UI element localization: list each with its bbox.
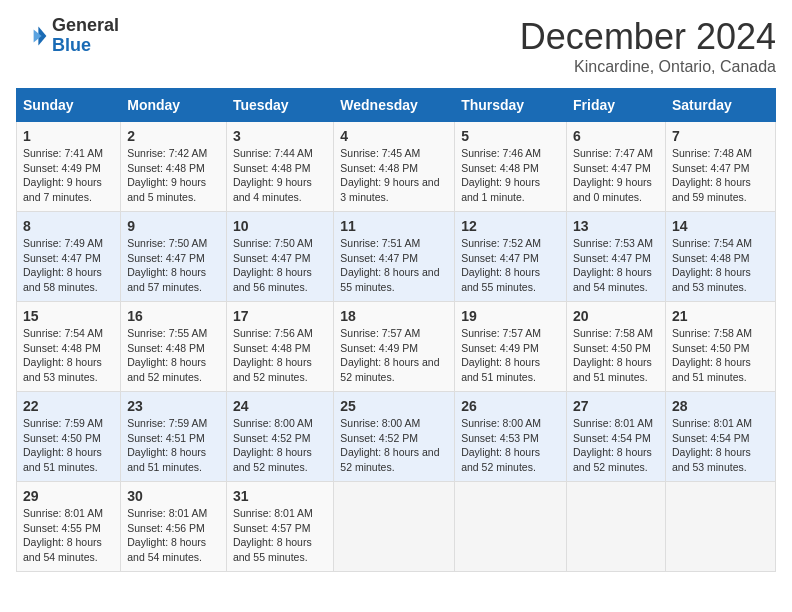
day-info: Sunrise: 7:59 AMSunset: 4:50 PMDaylight:… (23, 417, 103, 473)
day-info: Sunrise: 8:01 AMSunset: 4:55 PMDaylight:… (23, 507, 103, 563)
calendar-cell: 25 Sunrise: 8:00 AMSunset: 4:52 PMDaylig… (334, 392, 455, 482)
calendar-cell: 10 Sunrise: 7:50 AMSunset: 4:47 PMDaylig… (226, 212, 333, 302)
calendar-cell (455, 482, 567, 572)
month-title: December 2024 (520, 16, 776, 58)
calendar-cell: 28 Sunrise: 8:01 AMSunset: 4:54 PMDaylig… (665, 392, 775, 482)
week-row-1: 1 Sunrise: 7:41 AMSunset: 4:49 PMDayligh… (17, 122, 776, 212)
weekday-header-monday: Monday (121, 89, 227, 122)
day-info: Sunrise: 7:57 AMSunset: 4:49 PMDaylight:… (340, 327, 439, 383)
calendar-table: SundayMondayTuesdayWednesdayThursdayFrid… (16, 88, 776, 572)
weekday-header-friday: Friday (567, 89, 666, 122)
week-row-4: 22 Sunrise: 7:59 AMSunset: 4:50 PMDaylig… (17, 392, 776, 482)
day-info: Sunrise: 7:50 AMSunset: 4:47 PMDaylight:… (127, 237, 207, 293)
calendar-cell: 6 Sunrise: 7:47 AMSunset: 4:47 PMDayligh… (567, 122, 666, 212)
day-info: Sunrise: 7:42 AMSunset: 4:48 PMDaylight:… (127, 147, 207, 203)
calendar-cell: 13 Sunrise: 7:53 AMSunset: 4:47 PMDaylig… (567, 212, 666, 302)
day-info: Sunrise: 7:56 AMSunset: 4:48 PMDaylight:… (233, 327, 313, 383)
calendar-cell: 11 Sunrise: 7:51 AMSunset: 4:47 PMDaylig… (334, 212, 455, 302)
day-info: Sunrise: 7:44 AMSunset: 4:48 PMDaylight:… (233, 147, 313, 203)
header: General Blue December 2024 Kincardine, O… (16, 16, 776, 76)
logo-icon (16, 20, 48, 52)
day-number: 24 (233, 398, 327, 414)
weekday-header-sunday: Sunday (17, 89, 121, 122)
day-number: 17 (233, 308, 327, 324)
calendar-cell: 23 Sunrise: 7:59 AMSunset: 4:51 PMDaylig… (121, 392, 227, 482)
day-number: 15 (23, 308, 114, 324)
calendar-cell: 18 Sunrise: 7:57 AMSunset: 4:49 PMDaylig… (334, 302, 455, 392)
day-number: 6 (573, 128, 659, 144)
day-info: Sunrise: 8:01 AMSunset: 4:54 PMDaylight:… (573, 417, 653, 473)
day-number: 28 (672, 398, 769, 414)
day-info: Sunrise: 7:47 AMSunset: 4:47 PMDaylight:… (573, 147, 653, 203)
day-number: 29 (23, 488, 114, 504)
calendar-cell: 12 Sunrise: 7:52 AMSunset: 4:47 PMDaylig… (455, 212, 567, 302)
day-info: Sunrise: 7:50 AMSunset: 4:47 PMDaylight:… (233, 237, 313, 293)
calendar-cell: 5 Sunrise: 7:46 AMSunset: 4:48 PMDayligh… (455, 122, 567, 212)
day-info: Sunrise: 8:00 AMSunset: 4:52 PMDaylight:… (233, 417, 313, 473)
week-row-5: 29 Sunrise: 8:01 AMSunset: 4:55 PMDaylig… (17, 482, 776, 572)
calendar-cell (567, 482, 666, 572)
day-info: Sunrise: 7:46 AMSunset: 4:48 PMDaylight:… (461, 147, 541, 203)
day-info: Sunrise: 7:58 AMSunset: 4:50 PMDaylight:… (672, 327, 752, 383)
calendar-cell: 29 Sunrise: 8:01 AMSunset: 4:55 PMDaylig… (17, 482, 121, 572)
day-info: Sunrise: 7:41 AMSunset: 4:49 PMDaylight:… (23, 147, 103, 203)
calendar-cell: 14 Sunrise: 7:54 AMSunset: 4:48 PMDaylig… (665, 212, 775, 302)
day-info: Sunrise: 8:00 AMSunset: 4:52 PMDaylight:… (340, 417, 439, 473)
calendar-cell: 24 Sunrise: 8:00 AMSunset: 4:52 PMDaylig… (226, 392, 333, 482)
weekday-header-saturday: Saturday (665, 89, 775, 122)
calendar-cell: 7 Sunrise: 7:48 AMSunset: 4:47 PMDayligh… (665, 122, 775, 212)
calendar-cell: 30 Sunrise: 8:01 AMSunset: 4:56 PMDaylig… (121, 482, 227, 572)
calendar-cell: 4 Sunrise: 7:45 AMSunset: 4:48 PMDayligh… (334, 122, 455, 212)
day-number: 31 (233, 488, 327, 504)
calendar-cell: 9 Sunrise: 7:50 AMSunset: 4:47 PMDayligh… (121, 212, 227, 302)
day-info: Sunrise: 7:54 AMSunset: 4:48 PMDaylight:… (23, 327, 103, 383)
week-row-3: 15 Sunrise: 7:54 AMSunset: 4:48 PMDaylig… (17, 302, 776, 392)
logo-text: General Blue (52, 16, 119, 56)
weekday-row: SundayMondayTuesdayWednesdayThursdayFrid… (17, 89, 776, 122)
day-info: Sunrise: 7:52 AMSunset: 4:47 PMDaylight:… (461, 237, 541, 293)
calendar-cell (665, 482, 775, 572)
calendar-cell: 8 Sunrise: 7:49 AMSunset: 4:47 PMDayligh… (17, 212, 121, 302)
calendar-cell: 20 Sunrise: 7:58 AMSunset: 4:50 PMDaylig… (567, 302, 666, 392)
weekday-header-wednesday: Wednesday (334, 89, 455, 122)
logo-general: General (52, 16, 119, 36)
week-row-2: 8 Sunrise: 7:49 AMSunset: 4:47 PMDayligh… (17, 212, 776, 302)
day-info: Sunrise: 7:59 AMSunset: 4:51 PMDaylight:… (127, 417, 207, 473)
day-number: 23 (127, 398, 220, 414)
day-number: 27 (573, 398, 659, 414)
day-number: 12 (461, 218, 560, 234)
logo-blue: Blue (52, 36, 119, 56)
day-info: Sunrise: 7:45 AMSunset: 4:48 PMDaylight:… (340, 147, 439, 203)
calendar-cell: 21 Sunrise: 7:58 AMSunset: 4:50 PMDaylig… (665, 302, 775, 392)
day-number: 10 (233, 218, 327, 234)
day-number: 2 (127, 128, 220, 144)
day-info: Sunrise: 7:53 AMSunset: 4:47 PMDaylight:… (573, 237, 653, 293)
calendar-cell: 16 Sunrise: 7:55 AMSunset: 4:48 PMDaylig… (121, 302, 227, 392)
day-number: 26 (461, 398, 560, 414)
day-number: 21 (672, 308, 769, 324)
calendar-cell: 2 Sunrise: 7:42 AMSunset: 4:48 PMDayligh… (121, 122, 227, 212)
day-number: 5 (461, 128, 560, 144)
weekday-header-thursday: Thursday (455, 89, 567, 122)
calendar-cell: 31 Sunrise: 8:01 AMSunset: 4:57 PMDaylig… (226, 482, 333, 572)
day-info: Sunrise: 8:00 AMSunset: 4:53 PMDaylight:… (461, 417, 541, 473)
calendar-cell: 27 Sunrise: 8:01 AMSunset: 4:54 PMDaylig… (567, 392, 666, 482)
day-info: Sunrise: 7:51 AMSunset: 4:47 PMDaylight:… (340, 237, 439, 293)
day-number: 19 (461, 308, 560, 324)
day-number: 9 (127, 218, 220, 234)
day-number: 16 (127, 308, 220, 324)
day-number: 3 (233, 128, 327, 144)
day-info: Sunrise: 8:01 AMSunset: 4:54 PMDaylight:… (672, 417, 752, 473)
day-info: Sunrise: 7:55 AMSunset: 4:48 PMDaylight:… (127, 327, 207, 383)
day-info: Sunrise: 7:48 AMSunset: 4:47 PMDaylight:… (672, 147, 752, 203)
calendar-cell (334, 482, 455, 572)
day-number: 1 (23, 128, 114, 144)
weekday-header-tuesday: Tuesday (226, 89, 333, 122)
day-number: 22 (23, 398, 114, 414)
day-info: Sunrise: 7:58 AMSunset: 4:50 PMDaylight:… (573, 327, 653, 383)
calendar-cell: 19 Sunrise: 7:57 AMSunset: 4:49 PMDaylig… (455, 302, 567, 392)
day-number: 30 (127, 488, 220, 504)
day-number: 18 (340, 308, 448, 324)
day-info: Sunrise: 7:54 AMSunset: 4:48 PMDaylight:… (672, 237, 752, 293)
calendar-cell: 17 Sunrise: 7:56 AMSunset: 4:48 PMDaylig… (226, 302, 333, 392)
